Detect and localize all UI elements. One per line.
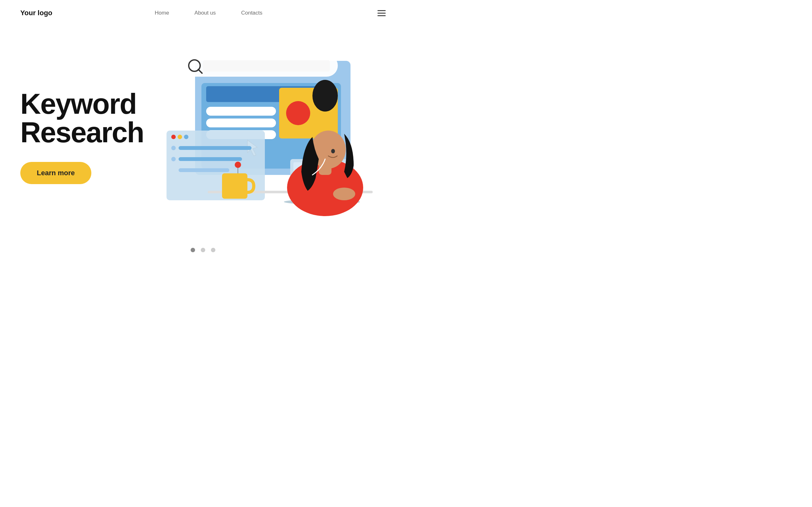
svg-point-18 — [171, 146, 176, 150]
carousel-dot-3[interactable] — [211, 248, 215, 252]
svg-point-16 — [177, 135, 182, 139]
hero-section: Keyword Research Learn more — [0, 26, 406, 241]
header: Your logo Home About us Contacts — [0, 0, 406, 26]
nav-home[interactable]: Home — [155, 10, 169, 16]
nav-contacts[interactable]: Contacts — [241, 10, 262, 16]
hero-title: Keyword Research — [20, 90, 144, 147]
svg-rect-22 — [179, 168, 229, 172]
carousel-dot-2[interactable] — [201, 248, 205, 252]
svg-rect-27 — [222, 173, 247, 199]
learn-more-button[interactable]: Learn more — [20, 162, 91, 184]
hamburger-menu[interactable] — [377, 10, 386, 16]
svg-rect-7 — [206, 107, 276, 116]
illustration-svg — [157, 51, 373, 229]
svg-point-17 — [184, 135, 189, 139]
hamburger-line-3 — [377, 15, 386, 16]
carousel-dot-1[interactable] — [191, 248, 195, 252]
hero-content: Keyword Research Learn more — [20, 90, 144, 184]
svg-rect-4 — [203, 60, 330, 72]
svg-rect-8 — [206, 118, 276, 127]
main-nav: Home About us Contacts — [155, 10, 263, 16]
logo: Your logo — [20, 9, 52, 17]
nav-about[interactable]: About us — [194, 10, 216, 16]
svg-point-34 — [331, 149, 335, 153]
hamburger-line-2 — [377, 13, 386, 14]
svg-point-35 — [333, 187, 355, 200]
svg-point-15 — [171, 135, 176, 139]
svg-rect-21 — [179, 157, 242, 161]
svg-point-12 — [312, 80, 338, 112]
svg-rect-14 — [166, 130, 265, 200]
svg-point-11 — [286, 101, 310, 125]
svg-rect-19 — [179, 146, 252, 150]
svg-point-20 — [171, 157, 176, 161]
hamburger-line-1 — [377, 10, 386, 11]
hero-illustration — [144, 45, 386, 229]
carousel-dots — [0, 241, 406, 265]
